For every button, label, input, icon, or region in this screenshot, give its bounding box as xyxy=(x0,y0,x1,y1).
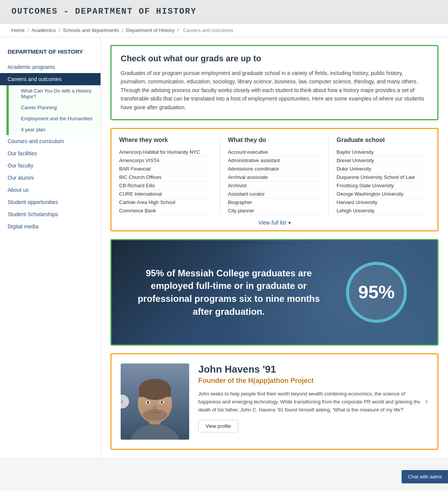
list-item: Duke University xyxy=(336,165,430,173)
breadcrumb-home[interactable]: Home xyxy=(11,27,25,33)
col3-heading: Graduate school xyxy=(336,137,430,143)
col-graduate-school: Graduate school Baylor University Drexel… xyxy=(333,137,430,215)
sidebar-sub-career-planning[interactable]: Career Planning xyxy=(8,102,100,113)
stats-circle-wrap: 95% xyxy=(338,262,415,323)
check-out-heading: Check out what our grads are up to xyxy=(121,54,428,64)
list-item: Archival associate xyxy=(228,173,321,182)
alumni-box: ‹ xyxy=(110,353,438,450)
col2-heading: What they do xyxy=(228,137,321,143)
list-item: Duquesne University School of Law xyxy=(336,173,430,182)
list-item: Americorp Habitat for Humanity NYC xyxy=(119,148,212,156)
sidebar-item-alumni[interactable]: Our alumni xyxy=(0,172,100,184)
sidebar-item-opportunities[interactable]: Student opportunities xyxy=(0,196,100,208)
alumni-name: John Havens '91 xyxy=(198,363,428,375)
sidebar-item-digital[interactable]: Digital media xyxy=(0,220,100,233)
list-item: Drexel University xyxy=(336,156,430,165)
list-item: BIC Church Offices xyxy=(119,173,212,182)
sidebar-sub-group: What Can You Do with a History Major? Ca… xyxy=(6,85,100,135)
sidebar-item-about[interactable]: About us xyxy=(0,184,100,196)
list-item: Harvard University xyxy=(336,198,430,207)
chevron-down-icon: ▾ xyxy=(288,220,290,226)
carousel-next-button[interactable]: › xyxy=(420,395,434,408)
list-item: City planner xyxy=(228,207,321,215)
sidebar-item-careers[interactable]: Careers and outcomes xyxy=(0,73,100,85)
breadcrumb-dept[interactable]: Department of History xyxy=(126,27,174,33)
svg-point-7 xyxy=(147,401,149,403)
svg-rect-5 xyxy=(139,389,171,397)
svg-point-11 xyxy=(143,409,167,421)
page-header: OUTCOMES - DEPARTMENT OF HISTORY xyxy=(0,0,448,24)
sidebar-item-courses[interactable]: Courses and curriculum xyxy=(0,135,100,147)
breadcrumb: Home / Academics / Schools and departmen… xyxy=(0,24,448,37)
breadcrumb-current: Careers and outcomes xyxy=(183,27,233,33)
check-out-body: Graduates of our program pursue employme… xyxy=(121,69,428,112)
list-item: Carlisle Area High School xyxy=(119,198,212,207)
alumni-portrait xyxy=(121,363,189,440)
main-layout: DEPARTMENT OF HISTORY Academic programs … xyxy=(0,37,448,458)
col1-heading: Where they work xyxy=(119,137,212,143)
list-item: CB Richard Ellis xyxy=(119,182,212,190)
list-item: Frostburg State University xyxy=(336,182,430,190)
list-item: Archivist xyxy=(228,182,321,190)
alumni-description: John seeks to help people find their wor… xyxy=(198,390,428,414)
list-item: Commerce Bank xyxy=(119,207,212,215)
check-out-box: Check out what our grads are up to Gradu… xyxy=(110,45,438,120)
col-where-they-work: Where they work Americorp Habitat for Hu… xyxy=(119,137,216,215)
list-item: Assistant curator xyxy=(228,190,321,198)
breadcrumb-academics[interactable]: Academics xyxy=(32,27,56,33)
stats-circle: 95% xyxy=(346,262,407,323)
sidebar-item-academic-programs[interactable]: Academic programs xyxy=(0,61,100,73)
list-item: Baylor University xyxy=(336,148,430,156)
col1-list: Americorp Habitat for Humanity NYC Ameri… xyxy=(119,148,212,215)
col-what-they-do: What they do Account executive Administr… xyxy=(224,137,325,215)
sidebar: DEPARTMENT OF HISTORY Academic programs … xyxy=(0,37,101,458)
sidebar-dept-title: DEPARTMENT OF HISTORY xyxy=(0,45,100,61)
stats-text: 95% of Messiah College graduates are emp… xyxy=(134,267,323,318)
list-item: George Washington University xyxy=(336,190,430,198)
carousel-prev-button[interactable]: ‹ xyxy=(115,395,129,408)
sidebar-sub-4year[interactable]: 4 year plan xyxy=(8,124,100,135)
sidebar-item-facilities[interactable]: Our facilities xyxy=(0,147,100,159)
sidebar-sub-employment[interactable]: Employment and the Humanities xyxy=(8,113,100,124)
col3-list: Baylor University Drexel University Duke… xyxy=(336,148,430,215)
view-full-list[interactable]: View full list ▾ xyxy=(112,215,437,230)
stats-banner: 95% of Messiah College graduates are emp… xyxy=(110,239,438,346)
three-col-inner: Where they work Americorp Habitat for Hu… xyxy=(112,137,437,215)
alumni-photo-face xyxy=(121,363,189,440)
col-divider-1 xyxy=(220,137,220,215)
sidebar-sub-history-major[interactable]: What Can You Do with a History Major? xyxy=(8,85,100,102)
alumni-info: John Havens '91 Founder of the H(app)ath… xyxy=(198,363,428,432)
list-item: Americorps VISTA xyxy=(119,156,212,165)
list-item: Lehigh University xyxy=(336,207,430,215)
alumni-photo xyxy=(121,363,189,440)
sidebar-item-scholarships[interactable]: Student Scholarships xyxy=(0,208,100,220)
col2-list: Account executive Administrative assista… xyxy=(228,148,321,215)
breadcrumb-schools[interactable]: Schools and departments xyxy=(63,27,119,33)
stats-percent: 95% xyxy=(358,282,395,303)
three-col-box: Where they work Americorp Habitat for Hu… xyxy=(110,128,438,231)
list-item: Administrative assistant xyxy=(228,156,321,165)
sidebar-item-faculty[interactable]: Our faculty xyxy=(0,159,100,172)
alumni-role-title: Founder of the H(app)athon Project xyxy=(198,377,428,385)
list-item: Account executive xyxy=(228,148,321,156)
page-title: OUTCOMES - DEPARTMENT OF HISTORY xyxy=(11,7,437,16)
col-divider-2 xyxy=(328,137,329,215)
list-item: CURE International xyxy=(119,190,212,198)
view-profile-button[interactable]: View profile xyxy=(198,420,238,432)
list-item: Biographer xyxy=(228,198,321,207)
list-item: BAR Financial xyxy=(119,165,212,173)
main-content: Check out what our grads are up to Gradu… xyxy=(101,37,448,458)
list-item: Admissions coordinator xyxy=(228,165,321,173)
svg-point-9 xyxy=(161,401,163,403)
stats-description: 95% of Messiah College graduates are emp… xyxy=(134,267,323,318)
